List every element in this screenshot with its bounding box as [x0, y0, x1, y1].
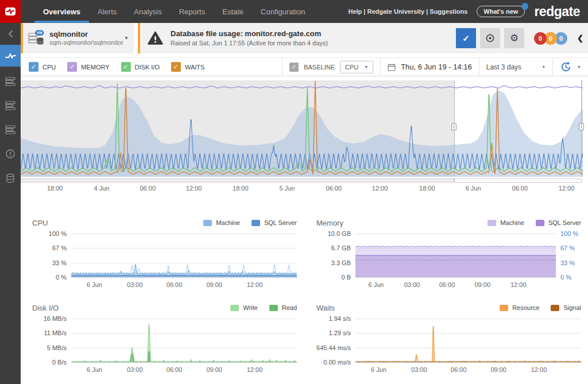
chart-cpu: CPUMachineSQL Server100 %67 %33 %0 %6 Ju… [32, 218, 297, 290]
gridline [71, 277, 297, 278]
legend-swatch [536, 220, 544, 226]
timeline-x-label: 06:00 [512, 185, 528, 192]
series-line-memory [21, 86, 583, 88]
sidebar-item-alerts[interactable] [0, 143, 21, 164]
x-axis-label: 12:00 [247, 281, 263, 288]
x-axis-disk: 6 Jun03:0006:0009:0012:00 [71, 366, 297, 375]
refresh-group: ▼ [552, 58, 588, 76]
legend-item: Machine [203, 219, 240, 226]
y-axis-label: 0 B/s [52, 359, 67, 366]
nav-item-estate[interactable]: Estate [214, 0, 252, 23]
chart-body-cpu: 100 %67 %33 %0 % [32, 234, 297, 277]
chevron-down-icon[interactable]: ▼ [577, 65, 581, 69]
metric-label: WAITS [185, 64, 204, 71]
x-axis-label: 03:00 [404, 281, 420, 288]
app-logo[interactable] [0, 0, 21, 23]
nav-item-reports[interactable]: Reports [171, 0, 214, 23]
metric-toggle-cpu[interactable]: ✓CPU [29, 62, 56, 72]
plot-area-cpu [71, 234, 297, 277]
chart-title-waits: Waits [316, 304, 335, 312]
check-icon: ✓ [462, 33, 470, 44]
chart-legend-disk: WriteRead [230, 304, 297, 311]
chart-body-waits: 1.94 s/s1.29 s/s645.44 ms/s0.00 ms/s [316, 319, 581, 362]
locate-button[interactable] [480, 28, 500, 48]
y-axis-label: 3.3 GB [331, 259, 351, 266]
baseline-checkbox[interactable]: ✓ [289, 63, 299, 72]
nav-item-alerts[interactable]: Alerts [89, 0, 125, 23]
timeline-x-label: 12:00 [372, 185, 388, 192]
timeline-chart[interactable] [21, 80, 583, 177]
legend-swatch [551, 305, 559, 311]
y-axis-label: 33 % [52, 259, 67, 266]
chart-svg-cpu [71, 234, 297, 277]
metric-label: MEMORY [81, 64, 109, 71]
chevron-down-icon: ▼ [364, 65, 368, 69]
x-axis-label: 12:00 [247, 366, 263, 373]
sidebar-item-servers-1[interactable] [0, 71, 21, 92]
selection-handle-right[interactable] [579, 123, 584, 130]
baseline-metric-select[interactable]: CPU ▼ [340, 61, 373, 73]
settings-button[interactable]: ⚙ [504, 28, 524, 48]
timeline-scrollbar[interactable] [21, 179, 583, 183]
auto-refresh-clock-icon[interactable] [560, 61, 572, 73]
timeline-x-label: 06:00 [140, 185, 156, 192]
x-axis-label: 6 Jun [368, 281, 384, 288]
scrollbar-selected-region[interactable] [454, 179, 582, 183]
sidebar-item-databases[interactable] [0, 168, 21, 188]
metric-toggle-disk-i-o[interactable]: ✓DISK I/O [121, 62, 160, 72]
checkbox-checked-icon: ✓ [121, 62, 131, 72]
sql-monitor-app: OverviewsAlertsAnalysisReportsEstateConf… [0, 0, 588, 384]
timeline-x-label: 5 Jun [280, 185, 295, 192]
alert-count-badge-0[interactable]: 0 [534, 32, 547, 45]
legend-label: SQL Server [548, 219, 581, 226]
x-axis-label: 06:00 [451, 366, 467, 373]
timeline-x-label: 18:00 [47, 185, 63, 192]
legend-label: Signal [563, 304, 581, 311]
y-axis-label: 1.94 s/s [328, 315, 351, 322]
server-dropdown-caret[interactable]: ▼ [124, 36, 134, 41]
nav-item-analysis[interactable]: Analysis [125, 0, 170, 23]
sidebar-item-servers-2[interactable] [0, 95, 21, 116]
metric-toggle-memory[interactable]: ✓MEMORY [67, 62, 109, 72]
x-axis-label: 12:00 [510, 281, 527, 288]
x-axis-waits: 6 Jun03:0006:0009:0012:00 [355, 366, 581, 375]
x-axis-label: 6 Jun [87, 366, 102, 373]
sidebar-item-activity-graph[interactable] [0, 45, 21, 67]
chart-legend-waits: ResourceSignal [500, 304, 581, 311]
chart-svg-waits [355, 319, 581, 362]
acknowledge-button[interactable]: ✓ [456, 28, 476, 48]
top-links[interactable]: Help | Redgate University | Suggestions [348, 8, 467, 15]
datetime-group[interactable]: Thu, 6 Jun 19 - 14:16 [380, 58, 479, 76]
chart-header-waits: WaitsResourceSignal [316, 302, 581, 313]
collapse-alert-panel-icon[interactable]: ❮ [577, 34, 583, 42]
whats-new-button[interactable]: What's new [477, 6, 525, 17]
baseline-group: ✓ BASELINE CPU ▼ [282, 58, 380, 76]
y-axis-right-label: 67 % [560, 245, 575, 251]
legend-label: Machine [500, 219, 524, 226]
metric-toggles: ✓CPU✓MEMORY✓DISK I/O✓WAITS [21, 58, 204, 76]
notification-dot [521, 3, 528, 10]
server-name: sqlmonitor [49, 30, 123, 39]
sidebar-item-servers-3[interactable] [0, 119, 21, 140]
chevron-left-icon [7, 30, 13, 38]
gridline [355, 362, 581, 363]
server-list-icon [5, 101, 16, 110]
metric-toggle-waits[interactable]: ✓WAITS [171, 62, 204, 72]
chart-svg-memory [355, 234, 556, 277]
nav-item-overviews[interactable]: Overviews [34, 0, 89, 23]
nav-item-configuration[interactable]: Configuration [252, 0, 314, 23]
x-axis-label: 06:00 [167, 281, 183, 288]
range-group[interactable]: Last 3 days ▼ [479, 58, 552, 76]
legend-item: SQL Server [536, 219, 581, 226]
selection-handle-left[interactable] [451, 123, 457, 130]
legend-item: SQL Server [252, 219, 297, 226]
series-fill-write [71, 325, 297, 362]
x-axis-cpu: 6 Jun03:0006:0009:0012:00 [71, 281, 297, 290]
sidebar-collapse-button[interactable] [0, 23, 21, 45]
legend-swatch [252, 220, 260, 226]
scrollbar-thumb[interactable] [21, 179, 454, 183]
chart-header-disk: Disk I/OWriteRead [32, 302, 297, 313]
gridline [71, 362, 297, 363]
server-selector[interactable]: VM sqlmonitor sqm-sqlmonitor\sqlmonitor … [21, 23, 134, 53]
legend-item: Read [269, 304, 297, 311]
